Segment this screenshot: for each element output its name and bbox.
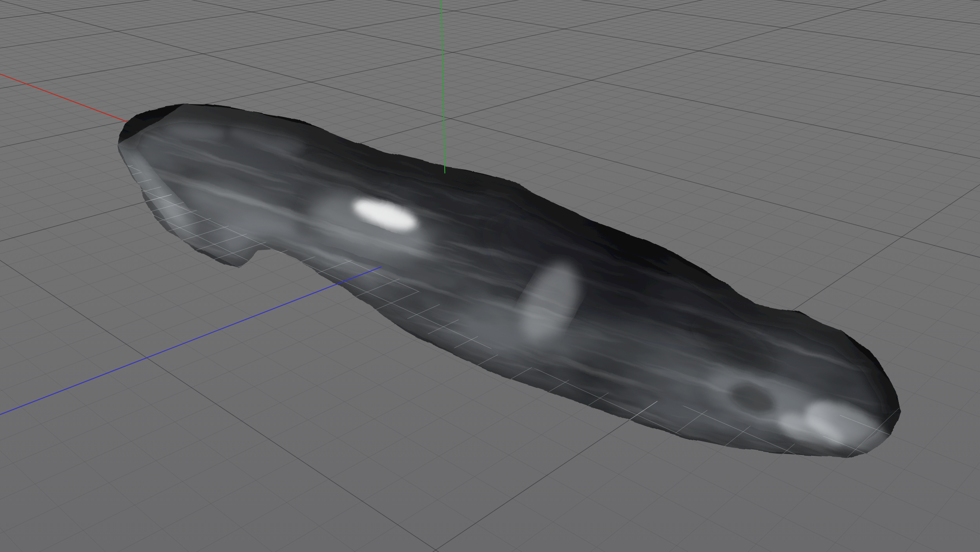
viewport-3d[interactable]: [0, 0, 980, 552]
viewport-canvas[interactable]: [0, 0, 980, 552]
